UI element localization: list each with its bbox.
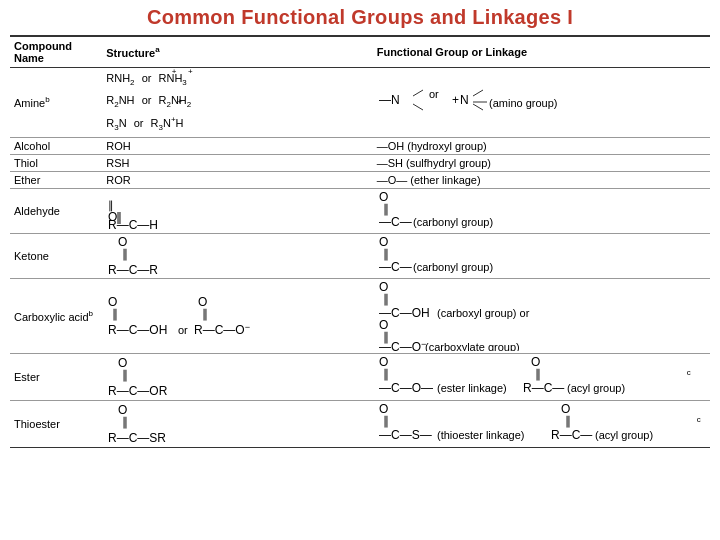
table-row-ketone: Ketone O ∥ R—C—R O ∥ —C— (carbonyl group…	[10, 233, 710, 278]
ether-structure: ROR	[102, 171, 372, 188]
carboxylic-functional: O ∥ —C—OH (carboxyl group) or O ∥ —C—O− …	[373, 278, 710, 353]
svg-text:R—C—OR: R—C—OR	[108, 384, 168, 397]
svg-text:(acyl group): (acyl group)	[595, 429, 653, 441]
svg-text:(acyl group): (acyl group)	[567, 382, 625, 394]
svg-text:∥: ∥	[108, 199, 114, 212]
header-compound-name: Compound Name	[10, 36, 102, 68]
ester-name: Ester	[10, 353, 102, 400]
svg-text:R—C—R: R—C—R	[108, 263, 158, 276]
alcohol-structure: ROH	[102, 137, 372, 154]
svg-line-1	[413, 90, 423, 96]
svg-text:R—C—H: R—C—H	[108, 218, 158, 231]
svg-text:∥: ∥	[383, 202, 389, 216]
svg-text:∥: ∥	[122, 368, 128, 382]
carboxylic-name: Carboxylic acidb	[10, 278, 102, 353]
aldehyde-name: Aldehyde	[10, 188, 102, 233]
table-row-amine: Amineb RNH2 or + RN+H3 R2NH or	[10, 68, 710, 138]
ketone-structure: O ∥ R—C—R	[102, 233, 372, 278]
table-row-thioester: Thioester O ∥ R—C—SR O ∥ —C—S— (thioeste…	[10, 400, 710, 447]
svg-text:—C—O−: —C—O−	[379, 339, 426, 351]
svg-text:∥: ∥	[535, 367, 541, 381]
svg-text:(carbonyl group): (carbonyl group)	[413, 216, 493, 228]
thioester-name: Thioester	[10, 400, 102, 447]
svg-text:∥: ∥	[122, 247, 128, 261]
svg-text:(ester linkage): (ester linkage)	[437, 382, 507, 394]
table-row-ether: Ether ROR —O— (ether linkage)	[10, 171, 710, 188]
amine-structure: RNH2 or + RN+H3 R2NH or R2N+H2	[102, 68, 372, 138]
ester-structure: O ∥ R—C—OR	[102, 353, 372, 400]
alcohol-functional: —OH (hydroxyl group)	[373, 137, 710, 154]
table-row-thiol: Thiol RSH —SH (sulfhydryl group)	[10, 154, 710, 171]
svg-text:—C—O—: —C—O—	[379, 381, 433, 395]
svg-text:—N: —N	[379, 93, 400, 107]
svg-text:∥: ∥	[383, 247, 389, 261]
svg-text:—C—S—: —C—S—	[379, 428, 432, 442]
aldehyde-functional: O ∥ —C— (carbonyl group)	[373, 188, 710, 233]
svg-text:—C—: —C—	[379, 215, 412, 229]
ether-functional: —O— (ether linkage)	[373, 171, 710, 188]
svg-text:(carboxyl group) or: (carboxyl group) or	[437, 307, 530, 319]
thioester-functional: O ∥ —C—S— (thioester linkage) O ∥ R—C— (…	[373, 400, 710, 447]
thiol-functional: —SH (sulfhydryl group)	[373, 154, 710, 171]
ether-name: Ether	[10, 171, 102, 188]
table-row-ester: Ester O ∥ R—C—OR O ∥ —C—O— (ester linkag…	[10, 353, 710, 400]
alcohol-name: Alcohol	[10, 137, 102, 154]
svg-text:(carboxylate group): (carboxylate group)	[425, 341, 520, 351]
page-title: Common Functional Groups and Linkages I	[10, 6, 710, 29]
ketone-name: Ketone	[10, 233, 102, 278]
svg-text:+: +	[452, 93, 459, 107]
page: Common Functional Groups and Linkages I …	[0, 0, 720, 540]
svg-text:∥: ∥	[383, 292, 389, 306]
functional-groups-table: Compound Name Structurea Functional Grou…	[10, 35, 710, 448]
svg-text:N: N	[460, 93, 469, 107]
svg-text:∥: ∥	[383, 414, 389, 428]
ketone-functional: O ∥ —C— (carbonyl group)	[373, 233, 710, 278]
thiol-name: Thiol	[10, 154, 102, 171]
svg-text:∥: ∥	[202, 307, 208, 321]
svg-text:R—C—: R—C—	[551, 428, 592, 442]
svg-text:(thioester linkage): (thioester linkage)	[437, 429, 524, 441]
table-row-alcohol: Alcohol ROH —OH (hydroxyl group)	[10, 137, 710, 154]
header-structure: Structurea	[102, 36, 372, 68]
svg-text:R—C—SR: R—C—SR	[108, 431, 166, 444]
svg-text:(amino group): (amino group)	[489, 97, 557, 109]
svg-text:∥: ∥	[383, 367, 389, 381]
svg-text:R—C—O−: R—C—O−	[194, 322, 250, 336]
svg-text:∥: ∥	[122, 415, 128, 429]
svg-text:or: or	[178, 324, 188, 336]
svg-text:∥: ∥	[112, 307, 118, 321]
table-row-carboxylic-acid: Carboxylic acidb O ∥ R—C—OH or O ∥ R—C—O…	[10, 278, 710, 353]
svg-text:or: or	[429, 88, 439, 100]
thioester-structure: O ∥ R—C—SR	[102, 400, 372, 447]
carboxylic-structure: O ∥ R—C—OH or O ∥ R—C—O−	[102, 278, 372, 353]
svg-text:R—C—OH: R—C—OH	[108, 323, 167, 336]
svg-text:∥: ∥	[565, 414, 571, 428]
svg-text:—C—: —C—	[379, 260, 412, 274]
svg-line-2	[413, 104, 423, 110]
thiol-structure: RSH	[102, 154, 372, 171]
svg-text:(carbonyl group): (carbonyl group)	[413, 261, 493, 273]
ester-functional: O ∥ —C—O— (ester linkage) O ∥ R—C— (acyl…	[373, 353, 710, 400]
header-functional-group: Functional Group or Linkage	[373, 36, 710, 68]
aldehyde-structure: O ∥ ‖ R—C—H	[102, 188, 372, 233]
svg-text:R—C—: R—C—	[523, 381, 564, 395]
amine-functional: —N or + N (amino group)	[373, 68, 710, 138]
amine-name: Amineb	[10, 68, 102, 138]
svg-line-7	[473, 104, 483, 110]
svg-line-6	[473, 90, 483, 96]
table-row-aldehyde: Aldehyde O ∥ ‖ R—C—H O ∥ —C— (car	[10, 188, 710, 233]
